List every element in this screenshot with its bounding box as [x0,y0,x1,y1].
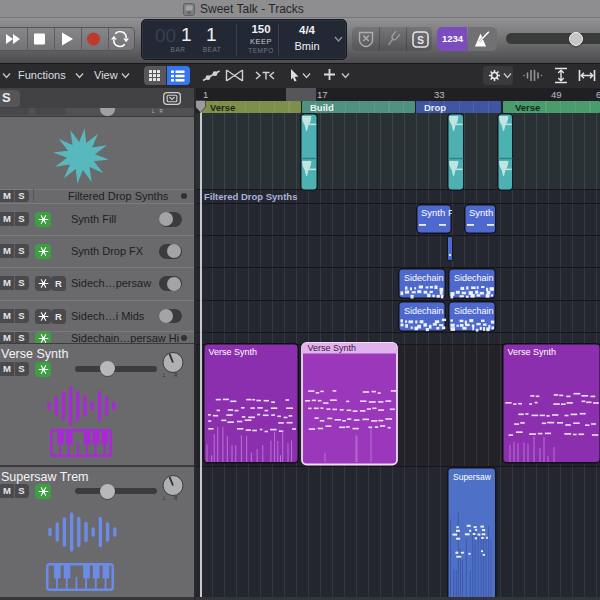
svg-text:Supersaw: Supersaw [453,472,492,482]
svg-text:Verse Synth: Verse Synth [508,347,557,357]
svg-text:Sidechain: Sidechain [454,305,494,315]
svg-text:Verse Synth: Verse Synth [208,347,257,357]
svg-text:Sidechain: Sidechain [404,305,444,315]
svg-text:Synth F: Synth F [421,206,452,217]
svg-text:Sidechain: Sidechain [404,272,444,282]
svg-text:Synth: Synth [469,206,493,217]
svg-text:S: S [417,35,424,46]
svg-text:Verse Synth: Verse Synth [308,343,357,353]
svg-text:Sidechain: Sidechain [454,272,494,282]
